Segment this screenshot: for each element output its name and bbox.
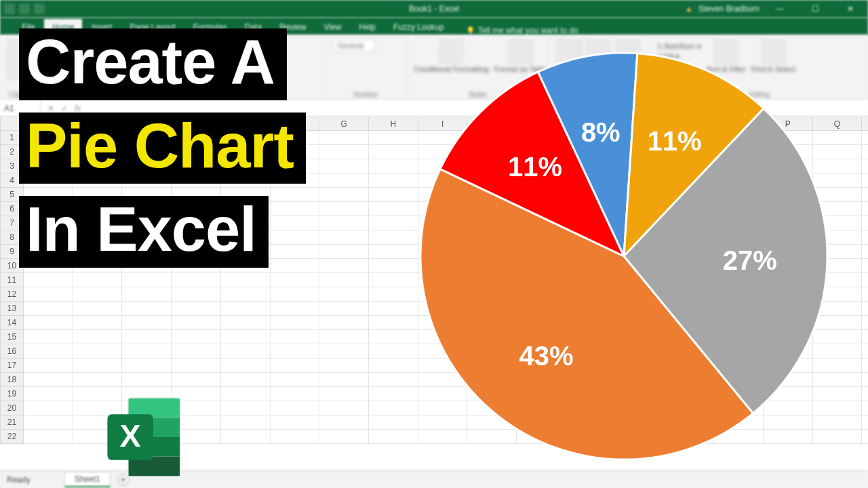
cell[interactable] (122, 373, 172, 387)
cell[interactable] (862, 415, 868, 430)
cell[interactable] (369, 302, 418, 316)
cell[interactable] (220, 387, 270, 401)
cell[interactable] (270, 373, 319, 387)
cell[interactable] (369, 316, 418, 330)
cell[interactable] (24, 316, 73, 330)
cell[interactable] (172, 273, 221, 287)
cell[interactable] (369, 287, 418, 302)
cell[interactable] (172, 330, 221, 344)
quick-access-toolbar[interactable] (0, 3, 45, 14)
row-header[interactable]: 21 (1, 415, 24, 430)
cell[interactable] (369, 245, 418, 259)
row-header[interactable]: 14 (1, 316, 24, 330)
row-header[interactable]: 20 (1, 401, 24, 415)
cell[interactable] (369, 330, 418, 344)
cell[interactable] (862, 344, 868, 359)
cell[interactable] (862, 202, 868, 216)
cell[interactable] (319, 415, 369, 430)
cell[interactable] (270, 302, 319, 316)
cell[interactable] (319, 174, 369, 188)
cell[interactable] (862, 131, 868, 145)
ribbon-tab-view[interactable]: View (316, 19, 350, 35)
cell[interactable] (369, 373, 418, 387)
cell[interactable] (319, 131, 369, 145)
cell[interactable] (862, 373, 868, 387)
cell[interactable] (122, 316, 172, 330)
cell[interactable] (862, 259, 868, 273)
cell[interactable] (172, 344, 221, 359)
cell[interactable] (172, 359, 221, 373)
cell[interactable] (319, 330, 369, 344)
cell[interactable] (369, 131, 418, 145)
cell[interactable] (122, 359, 172, 373)
cell[interactable] (319, 316, 369, 330)
cell[interactable] (369, 401, 418, 415)
cell[interactable] (862, 145, 868, 159)
account-username[interactable]: Steven Bradburn (698, 4, 760, 14)
cell[interactable] (220, 359, 270, 373)
cell[interactable] (172, 373, 221, 387)
cell[interactable] (369, 188, 418, 202)
cell[interactable] (369, 174, 418, 188)
column-header[interactable]: H (369, 117, 418, 131)
ribbon-tab-fuzzy-lookup[interactable]: Fuzzy Lookup (385, 19, 452, 35)
cell[interactable] (862, 330, 868, 344)
cell[interactable] (319, 401, 369, 415)
cell[interactable] (73, 344, 122, 359)
cell[interactable] (24, 330, 73, 344)
cell[interactable] (270, 344, 319, 359)
cell[interactable] (319, 259, 369, 273)
cell[interactable] (24, 373, 73, 387)
cell[interactable] (73, 330, 122, 344)
cell[interactable] (319, 188, 369, 202)
cell[interactable] (369, 430, 418, 444)
cell[interactable] (369, 230, 418, 245)
row-header[interactable]: 12 (1, 287, 24, 302)
cell[interactable] (270, 401, 319, 415)
cell[interactable] (369, 145, 418, 159)
row-header[interactable]: 13 (1, 302, 24, 316)
cell[interactable] (862, 387, 868, 401)
cell[interactable] (369, 259, 418, 273)
cell[interactable] (270, 430, 319, 444)
cell[interactable] (862, 245, 868, 259)
cell[interactable] (862, 188, 868, 202)
cell[interactable] (220, 316, 270, 330)
cell[interactable] (220, 330, 270, 344)
redo-icon[interactable] (34, 3, 45, 14)
cell[interactable] (319, 216, 369, 230)
cell[interactable] (319, 245, 369, 259)
cell[interactable] (270, 359, 319, 373)
cell[interactable] (319, 273, 369, 287)
cell[interactable] (319, 145, 369, 159)
cell[interactable] (369, 273, 418, 287)
cell[interactable] (862, 316, 868, 330)
row-header[interactable]: 16 (1, 344, 24, 359)
cell[interactable] (270, 316, 319, 330)
cell[interactable] (319, 359, 369, 373)
cell[interactable] (73, 359, 122, 373)
cell[interactable] (122, 273, 172, 287)
cell[interactable] (862, 159, 868, 174)
cell[interactable] (369, 344, 418, 359)
cell[interactable] (122, 330, 172, 344)
cell[interactable] (220, 287, 270, 302)
cell[interactable] (319, 230, 369, 245)
cell[interactable] (220, 415, 270, 430)
cell[interactable] (122, 344, 172, 359)
maximize-button[interactable]: ☐ (800, 0, 830, 18)
cell[interactable] (319, 159, 369, 174)
row-header[interactable]: 19 (1, 387, 24, 401)
undo-icon[interactable] (19, 3, 30, 14)
cell[interactable] (73, 273, 122, 287)
cell[interactable] (862, 430, 868, 444)
cell[interactable] (369, 159, 418, 174)
cell[interactable] (319, 287, 369, 302)
cell[interactable] (24, 387, 73, 401)
cell[interactable] (862, 359, 868, 373)
row-header[interactable]: 17 (1, 359, 24, 373)
row-header[interactable]: 15 (1, 330, 24, 344)
cell[interactable] (73, 287, 122, 302)
row-header[interactable]: 18 (1, 373, 24, 387)
minimize-button[interactable]: — (765, 0, 795, 18)
